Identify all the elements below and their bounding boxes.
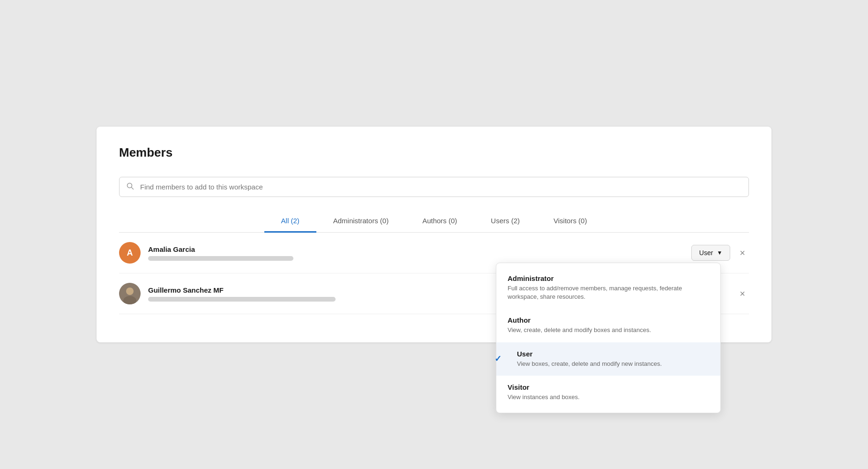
tabs-container: All (2) Administrators (0) Authors (0) U… [119, 212, 749, 233]
page-title: Members [119, 145, 749, 160]
chevron-down-icon: ▼ [717, 250, 722, 256]
role-option-user[interactable]: ✓ User View boxes, create, delete and mo… [496, 342, 720, 376]
selected-check-icon: ✓ [494, 354, 501, 364]
avatar: A [119, 242, 141, 264]
tab-administrators[interactable]: Administrators (0) [316, 212, 405, 233]
members-list: A Amalia Garcia User ▼ × Administrator F… [119, 233, 749, 314]
role-dropdown: Administrator Full access to add/remove … [496, 263, 721, 413]
tab-visitors[interactable]: Visitors (0) [537, 212, 604, 233]
member-name: Amalia Garcia [148, 245, 691, 253]
tab-authors[interactable]: Authors (0) [405, 212, 474, 233]
svg-point-3 [126, 287, 134, 295]
tab-all[interactable]: All (2) [264, 212, 316, 233]
search-wrapper [119, 177, 749, 197]
search-input[interactable] [119, 177, 749, 197]
search-icon [127, 182, 134, 192]
role-option-author[interactable]: Author View, create, delete and modify b… [496, 309, 720, 342]
role-option-administrator[interactable]: Administrator Full access to add/remove … [496, 267, 720, 309]
members-card: Members All (2) Administrators (0) Autho… [97, 127, 771, 342]
remove-member-button[interactable]: × [736, 287, 749, 300]
role-dropdown-button[interactable]: User ▼ [691, 245, 730, 261]
member-bar [148, 256, 293, 261]
member-bar [148, 297, 336, 302]
member-actions: × [736, 287, 749, 300]
avatar-image [119, 283, 141, 304]
member-info: Amalia Garcia [148, 245, 691, 261]
tab-users[interactable]: Users (2) [474, 212, 537, 233]
remove-member-button[interactable]: × [736, 246, 749, 259]
member-actions: User ▼ × [691, 245, 749, 261]
avatar [119, 283, 141, 304]
svg-line-1 [132, 187, 134, 189]
role-option-visitor[interactable]: Visitor View instances and boxes. [496, 376, 720, 409]
table-row: A Amalia Garcia User ▼ × Administrator F… [119, 233, 749, 273]
